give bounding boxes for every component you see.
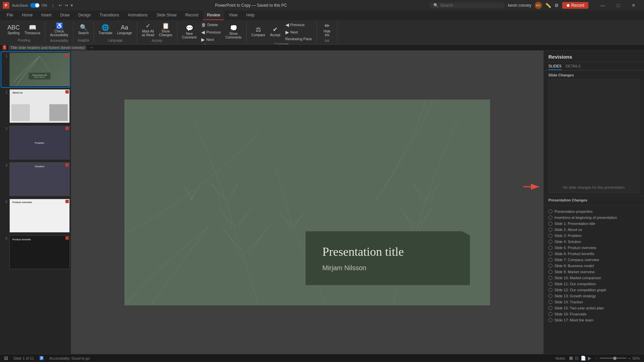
reading-view-icon[interactable]: 📄 xyxy=(581,356,586,361)
change-item-7[interactable]: Slide 6: Product benefits xyxy=(548,251,639,257)
ribbon: File Home Insert Draw Design Transitions… xyxy=(0,11,644,45)
view-icons: ⊞ ⊟ 📄 ▶ xyxy=(569,356,591,361)
slide-thumb-4[interactable]: 4 Solution xyxy=(1,162,69,197)
language-button[interactable]: Aa Language xyxy=(115,23,134,36)
mark-all-read-button[interactable]: ✓ Mark Allas Read xyxy=(140,21,156,38)
notes-button[interactable]: Notes xyxy=(555,356,565,360)
slide-image-3: Problem xyxy=(9,126,70,160)
tab-view[interactable]: View xyxy=(225,11,241,20)
thesaurus-button[interactable]: 📖 Thesaurus xyxy=(22,23,42,36)
revisions-tab-details[interactable]: DETAILS xyxy=(566,64,581,70)
reviewing-pane-button[interactable]: Reviewing Pane xyxy=(283,36,314,42)
tab-animations[interactable]: Animations xyxy=(124,11,152,20)
slide-image-6: Product benefits xyxy=(9,235,70,269)
change-item-8[interactable]: Slide 7: Company overview xyxy=(548,257,639,263)
autosave-area: AutoSave ON xyxy=(12,3,47,8)
change-item-17[interactable]: Slide 16: Financials xyxy=(548,311,639,317)
tab-review[interactable]: Review xyxy=(203,11,224,20)
tab-draw[interactable]: Draw xyxy=(56,11,73,20)
status-bar-right: Notes ⊞ ⊟ 📄 ▶ − + 50% xyxy=(555,356,640,361)
check-accessibility-button[interactable]: ♿ CheckAccessibility xyxy=(48,21,70,38)
tab-record[interactable]: Record xyxy=(181,11,202,20)
slide-thumb-6[interactable]: 6 Product benefits xyxy=(1,235,69,270)
user-name: kevin convey xyxy=(508,3,531,8)
delete-comment-button[interactable]: 🗑 Delete xyxy=(199,21,223,28)
qa-dropdown-icon[interactable]: ▾ xyxy=(71,3,73,8)
previous-comment-button[interactable]: ◀ Previous xyxy=(199,29,223,36)
accessibility-status[interactable]: Accessibility: Good to go xyxy=(49,356,90,360)
slide-thumb-5[interactable]: 5 Product overview xyxy=(1,198,69,233)
change-item-10[interactable]: Slide 9: Market overview xyxy=(548,269,639,275)
compare-button[interactable]: ⚖ Compare xyxy=(249,25,267,38)
thumb-4-title: Solution xyxy=(35,165,44,168)
change-item-5[interactable]: Slide 4: Solution xyxy=(548,239,639,245)
change-item-2[interactable]: Slide 1: Presentation title xyxy=(548,221,639,227)
change-item-3[interactable]: Slide 2: About us xyxy=(548,227,639,233)
close-button[interactable]: ✕ xyxy=(626,0,641,11)
zoom-slider[interactable] xyxy=(600,358,627,359)
minimize-button[interactable]: — xyxy=(595,0,610,11)
zoom-in-icon[interactable]: + xyxy=(629,356,631,360)
search-input[interactable] xyxy=(440,3,501,8)
tab-design[interactable]: Design xyxy=(74,11,95,20)
change-item-18[interactable]: Slide 17: Meet the team xyxy=(548,317,639,323)
hide-ink-button[interactable]: ✏ HideInk xyxy=(320,21,334,38)
show-changes-label: ShowChanges xyxy=(159,29,172,37)
accept-button[interactable]: ✔ Accept xyxy=(268,25,283,38)
slideshow-icon[interactable]: ▶ xyxy=(588,356,591,361)
change-item-0[interactable]: Presentation properties xyxy=(548,208,639,215)
show-comments-button[interactable]: 💭 ShowComments xyxy=(223,24,244,41)
search-bar[interactable]: 🔍 xyxy=(429,2,505,8)
tab-slideshow[interactable]: Slide Show xyxy=(152,11,180,20)
next-comment-button[interactable]: ▶ Next xyxy=(199,36,223,43)
zoom-out-icon[interactable]: − xyxy=(595,356,597,360)
compare-previous-button[interactable]: ◀ Previous xyxy=(283,21,314,28)
spelling-button[interactable]: ABC Spelling xyxy=(5,23,22,36)
settings-icon[interactable]: ⚙ xyxy=(554,3,559,8)
show-changes-button[interactable]: 📋 ShowChanges xyxy=(157,21,174,38)
slide-sorter-icon[interactable]: ⊟ xyxy=(575,356,579,361)
change-item-9[interactable]: Slide 8: Business model xyxy=(548,263,639,269)
change-item-6[interactable]: Slide 5: Product overview xyxy=(548,245,639,251)
normal-view-icon[interactable]: ⊞ xyxy=(569,356,573,361)
record-button[interactable]: ⏺ Record xyxy=(562,2,588,9)
undo-icon[interactable]: ↩ xyxy=(59,3,62,8)
compare-buttons: ⚖ Compare ✔ Accept ◀ Previous ▶ Next xyxy=(249,21,314,42)
compare-next-button[interactable]: ▶ Next xyxy=(283,29,314,36)
slide-thumb-3[interactable]: 3 Problem xyxy=(1,125,69,160)
translate-button[interactable]: 🌐 Translate xyxy=(97,23,114,36)
tab-transitions[interactable]: Transitions xyxy=(96,11,123,20)
next-label: Next xyxy=(206,38,214,42)
revisions-title: Revisions xyxy=(548,54,639,60)
search-button[interactable]: 🔍 Search xyxy=(76,23,91,36)
language-icon: Aa xyxy=(121,24,128,31)
change-item-4[interactable]: Slide 3: Problem xyxy=(548,233,639,239)
compare-previous-label: Previous xyxy=(290,23,305,27)
thumb-6-title: Product benefits xyxy=(12,238,31,241)
change-item-13[interactable]: Slide 12: Our competition graph xyxy=(548,287,639,293)
slide-canvas[interactable]: Presentation title Mirjam Nilsson xyxy=(124,100,490,305)
slide-thumb-1[interactable]: 1 Presentation title Mirjam Nilsson xyxy=(1,52,69,87)
change-item-1[interactable]: Insertions at beginning of presentation xyxy=(548,215,639,221)
slide-thumb-2[interactable]: 2 About us xyxy=(1,88,69,124)
ribbon-group-accessibility: ♿ CheckAccessibility Accessibility xyxy=(45,21,73,43)
new-comment-button[interactable]: 💬 NewComment xyxy=(180,24,199,41)
pen-icon[interactable]: ✏️ xyxy=(545,3,551,8)
change-item-12[interactable]: Slide 11: Our competition xyxy=(548,281,639,287)
maximize-button[interactable]: □ xyxy=(610,0,626,11)
language-group-label: Language xyxy=(108,38,123,43)
tab-help[interactable]: Help xyxy=(242,11,259,20)
change-item-15[interactable]: Slide 14: Traction xyxy=(548,299,639,305)
tab-insert[interactable]: Insert xyxy=(37,11,55,20)
tab-file[interactable]: File xyxy=(3,11,17,20)
change-item-11[interactable]: Slide 10: Market comparison xyxy=(548,275,639,281)
file-title: PowerPoint to Copy — Saved to this PC xyxy=(75,3,427,8)
change-item-14[interactable]: Slide 13: Growth strategy xyxy=(548,293,639,299)
autosave-toggle[interactable] xyxy=(30,3,40,8)
search-ribbon-label: Search xyxy=(78,31,89,35)
change-item-16[interactable]: Slide 15: Two-year action plan xyxy=(548,305,639,311)
tab-home[interactable]: Home xyxy=(18,11,37,20)
redo-icon[interactable]: ↪ xyxy=(65,3,68,8)
accessibility-message[interactable]: Title slide headers and footers (kevin c… xyxy=(8,45,87,50)
revisions-tab-slides[interactable]: SLIDES xyxy=(548,64,561,70)
